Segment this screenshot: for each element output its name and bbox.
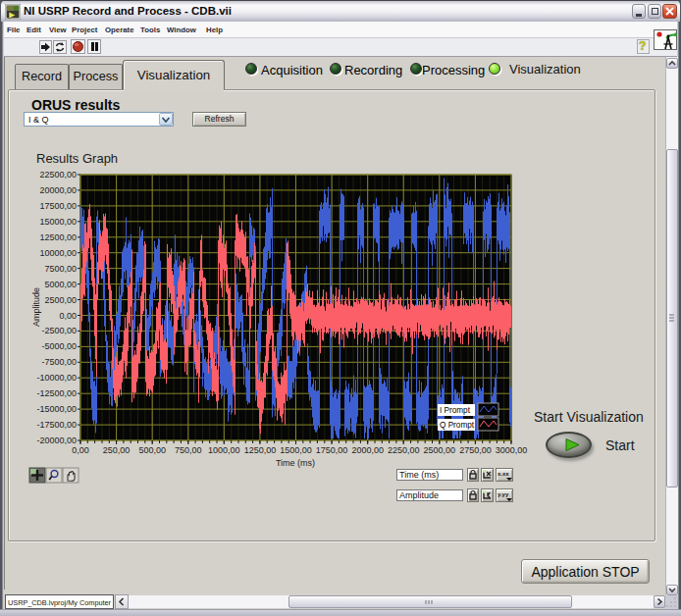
svg-text:17500,00: 17500,00 — [39, 201, 77, 211]
svg-text:-17500,00: -17500,00 — [36, 420, 77, 430]
svg-text:-7500,00: -7500,00 — [41, 357, 77, 367]
svg-text:2000,00: 2000,00 — [351, 445, 384, 455]
svg-text:Amplitude: Amplitude — [31, 287, 41, 327]
svg-text:x.xx: x.xx — [498, 471, 509, 477]
svg-text:22500,00: 22500,00 — [39, 170, 77, 180]
svg-text:-10000,00: -10000,00 — [36, 373, 77, 383]
svg-text:2750,00: 2750,00 — [459, 445, 492, 455]
svg-text:2250,00: 2250,00 — [388, 445, 420, 455]
svg-text:-5000,00: -5000,00 — [41, 341, 77, 351]
svg-text:10000,00: 10000,00 — [39, 248, 77, 258]
svg-text:-12500,00: -12500,00 — [36, 388, 77, 398]
svg-text:y.yy: y.yy — [498, 491, 509, 497]
svg-text:1250,00: 1250,00 — [244, 445, 277, 455]
svg-text:5000,00: 5000,00 — [44, 280, 77, 289]
svg-text:0,00: 0,00 — [59, 311, 77, 321]
svg-text:2500,00: 2500,00 — [44, 295, 77, 305]
svg-text:750,00: 750,00 — [175, 445, 202, 455]
svg-text:15000,00: 15000,00 — [39, 217, 77, 227]
svg-text:1750,00: 1750,00 — [316, 445, 348, 455]
svg-text:1000,00: 1000,00 — [208, 445, 240, 455]
svg-text:250,00: 250,00 — [103, 445, 131, 455]
svg-text:500,00: 500,00 — [138, 445, 166, 455]
svg-text:7500,00: 7500,00 — [44, 264, 77, 274]
svg-text:Time (ms): Time (ms) — [276, 458, 315, 468]
svg-text:0,00: 0,00 — [72, 445, 89, 455]
svg-text:Q Prompt: Q Prompt — [440, 421, 475, 430]
svg-text:1500,00: 1500,00 — [280, 445, 312, 455]
svg-text:I Prompt: I Prompt — [440, 406, 471, 415]
svg-text:2500,00: 2500,00 — [424, 445, 456, 455]
svg-text:3000,00: 3000,00 — [496, 445, 528, 455]
svg-text:20000,00: 20000,00 — [39, 185, 77, 195]
svg-text:12500,00: 12500,00 — [39, 232, 77, 242]
svg-text:-20000,00: -20000,00 — [36, 436, 77, 445]
svg-text:-15000,00: -15000,00 — [36, 404, 77, 414]
svg-text:-2500,00: -2500,00 — [41, 326, 77, 335]
